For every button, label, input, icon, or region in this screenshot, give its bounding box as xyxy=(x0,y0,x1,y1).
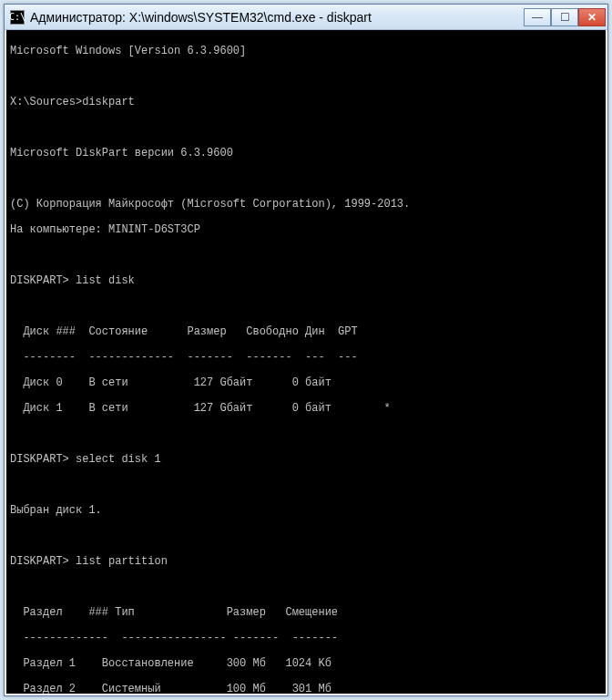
close-button[interactable]: ✕ xyxy=(578,8,606,26)
disk-row: Диск 0 В сети 127 Gбайт 0 байт xyxy=(10,376,602,389)
partition-row: Раздел 2 Системный 100 Mб 301 Mб xyxy=(10,683,602,695)
blank xyxy=(10,530,602,542)
cmd-list-disk: DISKPART> list disk xyxy=(10,274,602,287)
part-table-header: Раздел ### Тип Размер Смещение xyxy=(10,606,602,619)
blank xyxy=(10,479,602,491)
maximize-button[interactable]: ☐ xyxy=(551,8,578,26)
cmd-list-partition: DISKPART> list partition xyxy=(10,555,602,568)
disk-table-divider: -------- ------------- ------- ------- -… xyxy=(10,351,602,364)
close-icon: ✕ xyxy=(587,11,597,24)
disk-table-header: Диск ### Состояние Размер Свободно Дин G… xyxy=(10,325,602,338)
window-controls: — ☐ ✕ xyxy=(524,8,606,26)
os-version-line: Microsoft Windows [Version 6.3.9600] xyxy=(10,45,602,57)
blank xyxy=(10,300,602,313)
blank xyxy=(10,70,602,83)
blank xyxy=(10,121,602,134)
prompt-line: X:\Sources>diskpart xyxy=(10,96,602,108)
diskpart-version: Microsoft DiskPart версии 6.3.9600 xyxy=(10,147,602,160)
blank xyxy=(10,427,602,440)
computer-line: На компьютере: MININT-D6ST3CP xyxy=(10,223,602,236)
blank xyxy=(10,581,602,593)
blank xyxy=(10,172,602,185)
maximize-icon: ☐ xyxy=(560,11,570,24)
part-table-divider: ------------- ---------------- ------- -… xyxy=(10,632,602,644)
window-title: Администратор: X:\windows\SYSTEM32\cmd.e… xyxy=(30,10,524,25)
blank xyxy=(10,249,602,262)
minimize-icon: — xyxy=(532,11,543,24)
selected-disk-msg: Выбран диск 1. xyxy=(10,504,602,517)
copyright-line: (C) Корпорация Майкрософт (Microsoft Cor… xyxy=(10,198,602,211)
titlebar[interactable]: C:\ Администратор: X:\windows\SYSTEM32\c… xyxy=(5,5,607,30)
partition-row: Раздел 1 Восстановление 300 Mб 1024 Kб xyxy=(10,657,602,670)
minimize-button[interactable]: — xyxy=(524,8,551,26)
cmd-select-disk: DISKPART> select disk 1 xyxy=(10,453,602,466)
cmd-window: C:\ Администратор: X:\windows\SYSTEM32\c… xyxy=(4,4,608,696)
disk-row: Диск 1 В сети 127 Gбайт 0 байт * xyxy=(10,402,602,415)
console-output[interactable]: Microsoft Windows [Version 6.3.9600] X:\… xyxy=(5,30,607,695)
cmd-icon: C:\ xyxy=(10,10,25,25)
